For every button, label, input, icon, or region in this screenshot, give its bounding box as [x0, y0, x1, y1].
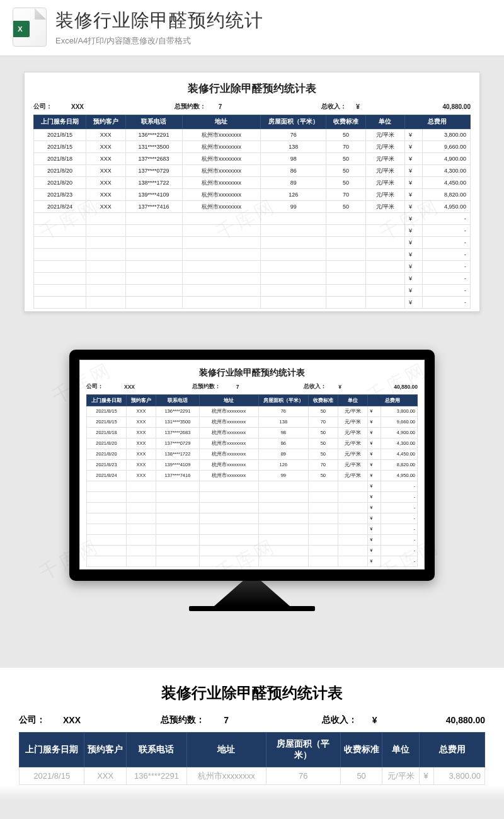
company-label: 公司： — [33, 102, 71, 111]
table-row: ¥- — [34, 273, 471, 285]
summary-row: 公司： XXX 总预约数： 7 总收入： ¥ 40,880.00 — [33, 102, 471, 111]
col-header: 上门服务日期 — [20, 733, 84, 767]
page-title: 装修行业除甲醛预约统计 — [55, 8, 491, 33]
col-header: 地址 — [182, 115, 261, 129]
table-row: ¥- — [87, 503, 418, 513]
col-header: 上门服务日期 — [87, 395, 127, 406]
col-header: 上门服务日期 — [34, 115, 86, 129]
company-label: 公司： — [86, 383, 124, 391]
company-value: XXX — [71, 103, 175, 110]
data-table: 上门服务日期预约客户联系电话地址房屋面积（平米）收费标准单位总费用 2021/8… — [33, 115, 471, 309]
data-table: 上门服务日期预约客户联系电话地址房屋面积（平米）收费标准单位总费用 2021/8… — [19, 732, 485, 785]
excel-badge: X — [13, 21, 30, 37]
summary-row: 公司： XXX 总预约数： 7 总收入： ¥ 40,880.00 — [19, 714, 485, 726]
table-row: 2021/8/15XXX131****3500杭州市xxxxxxxx 13870… — [34, 141, 471, 153]
table-row: 2021/8/15XXX136****2291杭州市xxxxxxxx 7650元… — [20, 767, 485, 785]
company-value: XXX — [63, 715, 161, 725]
monitor-frame: 装修行业除甲醛预约统计表 公司： XXX 总预约数： 7 总收入： ¥ 40,8… — [69, 350, 435, 581]
monitor-mockup: 装修行业除甲醛预约统计表 公司： XXX 总预约数： 7 总收入： ¥ 40,8… — [69, 350, 435, 611]
table-row: 2021/8/20XXX137****0729杭州市xxxxxxxx 8650元… — [87, 438, 418, 449]
table-row: ¥- — [34, 261, 471, 273]
col-header: 单位 — [338, 395, 368, 406]
table-row: ¥- — [87, 513, 418, 524]
col-header: 房屋面积（平米） — [266, 733, 340, 767]
table-row: 2021/8/24XXX137****7416杭州市xxxxxxxx 9950元… — [87, 471, 418, 481]
col-header: 地址 — [199, 395, 259, 406]
excel-file-icon: X — [13, 8, 47, 47]
table-row: 2021/8/20XXX137****0729杭州市xxxxxxxx 8650元… — [34, 165, 471, 177]
col-header: 收费标准 — [308, 395, 338, 406]
col-header: 地址 — [187, 733, 266, 767]
income-value: 40,880.00 — [387, 715, 485, 725]
table-row: 2021/8/15XXX136****2291杭州市xxxxxxxx 7650元… — [87, 406, 418, 417]
company-label: 公司： — [19, 714, 63, 726]
col-header: 房屋面积（平米） — [261, 115, 326, 129]
count-label: 总预约数： — [192, 383, 236, 391]
count-value: 7 — [224, 715, 321, 725]
col-header: 收费标准 — [340, 733, 382, 767]
header-text: 装修行业除甲醛预约统计 Excel/A4打印/内容随意修改/自带格式 — [55, 8, 491, 47]
table-body: 2021/8/15XXX136****2291杭州市xxxxxxxx 7650元… — [34, 129, 471, 309]
table-row: ¥- — [87, 524, 418, 535]
table-row: ¥- — [87, 492, 418, 503]
sheet-title: 装修行业除甲醛预约统计表 — [19, 683, 485, 703]
col-header: 房屋面积（平米） — [259, 395, 309, 406]
table-row: 2021/8/18XXX137****2683杭州市xxxxxxxx 9850元… — [34, 153, 471, 165]
col-header: 总费用 — [420, 733, 485, 767]
col-header: 预约客户 — [86, 115, 125, 129]
col-header: 总费用 — [404, 115, 470, 129]
table-row: ¥- — [34, 249, 471, 261]
table-row: 2021/8/20XXX138****1722杭州市xxxxxxxx 8950元… — [34, 177, 471, 189]
count-value: 7 — [236, 384, 304, 390]
col-header: 总费用 — [368, 395, 418, 406]
income-value: 40,880.00 — [367, 103, 471, 110]
col-header: 联系电话 — [156, 395, 199, 406]
income-value: 40,880.00 — [350, 384, 418, 390]
sheet-title: 装修行业除甲醛预约统计表 — [33, 81, 471, 96]
table-row: ¥- — [87, 535, 418, 546]
page-header: X 装修行业除甲醛预约统计 Excel/A4打印/内容随意修改/自带格式 — [0, 0, 504, 55]
table-row: ¥- — [34, 225, 471, 237]
table-row: ¥- — [34, 297, 471, 309]
table-row: ¥- — [34, 285, 471, 297]
table-row: ¥- — [34, 213, 471, 225]
currency-symbol: ¥ — [356, 103, 367, 110]
currency-symbol: ¥ — [372, 715, 387, 725]
sheet-title: 装修行业除甲醛预约统计表 — [86, 367, 418, 379]
preview-canvas: 装修行业除甲醛预约统计表 公司： XXX 总预约数： 7 总收入： ¥ 40,8… — [0, 55, 504, 643]
company-value: XXX — [124, 384, 192, 390]
monitor-stand — [214, 581, 290, 606]
table-row: ¥- — [87, 556, 418, 567]
table-row: ¥- — [87, 481, 418, 492]
col-header: 收费标准 — [326, 115, 365, 129]
col-header: 预约客户 — [127, 395, 156, 406]
col-header: 联系电话 — [126, 733, 186, 767]
col-header: 单位 — [382, 733, 420, 767]
table-head: 上门服务日期预约客户联系电话地址房屋面积（平米）收费标准单位总费用 — [34, 115, 471, 129]
table-row: 2021/8/15XXX136****2291杭州市xxxxxxxx 7650元… — [34, 129, 471, 141]
count-label: 总预约数： — [175, 102, 219, 111]
table-row: 2021/8/23XXX139****4109杭州市xxxxxxxx 12670… — [87, 460, 418, 471]
fade-cutoff — [0, 785, 504, 800]
summary-row: 公司： XXX 总预约数： 7 总收入： ¥ 40,880.00 — [86, 383, 418, 391]
spreadsheet-preview: 装修行业除甲醛预约统计表 公司： XXX 总预约数： 7 总收入： ¥ 40,8… — [24, 72, 480, 312]
page-subtitle: Excel/A4打印/内容随意修改/自带格式 — [55, 35, 491, 47]
currency-symbol: ¥ — [338, 384, 350, 390]
monitor-screen: 装修行业除甲醛预约统计表 公司： XXX 总预约数： 7 总收入： ¥ 40,8… — [79, 360, 425, 570]
income-label: 总收入： — [322, 714, 372, 726]
closeup-strip: 装修行业除甲醛预约统计表 公司： XXX 总预约数： 7 总收入： ¥ 40,8… — [0, 668, 504, 785]
table-row: 2021/8/20XXX138****1722杭州市xxxxxxxx 8950元… — [87, 449, 418, 460]
monitor-base — [189, 606, 315, 611]
col-header: 预约客户 — [84, 733, 127, 767]
col-header: 联系电话 — [125, 115, 182, 129]
table-row: 2021/8/18XXX137****2683杭州市xxxxxxxx 9850元… — [87, 428, 418, 438]
table-row: ¥- — [34, 237, 471, 249]
count-label: 总预约数： — [161, 714, 224, 726]
table-row: 2021/8/23XXX139****4109杭州市xxxxxxxx 12670… — [34, 189, 471, 201]
data-table: 上门服务日期预约客户联系电话地址房屋面积（平米）收费标准单位总费用 2021/8… — [86, 394, 418, 567]
income-label: 总收入： — [321, 102, 356, 111]
table-row: 2021/8/24XXX137****7416杭州市xxxxxxxx 9950元… — [34, 201, 471, 213]
table-row: ¥- — [87, 546, 418, 556]
table-row: 2021/8/15XXX131****3500杭州市xxxxxxxx 13870… — [87, 417, 418, 428]
count-value: 7 — [219, 103, 322, 110]
